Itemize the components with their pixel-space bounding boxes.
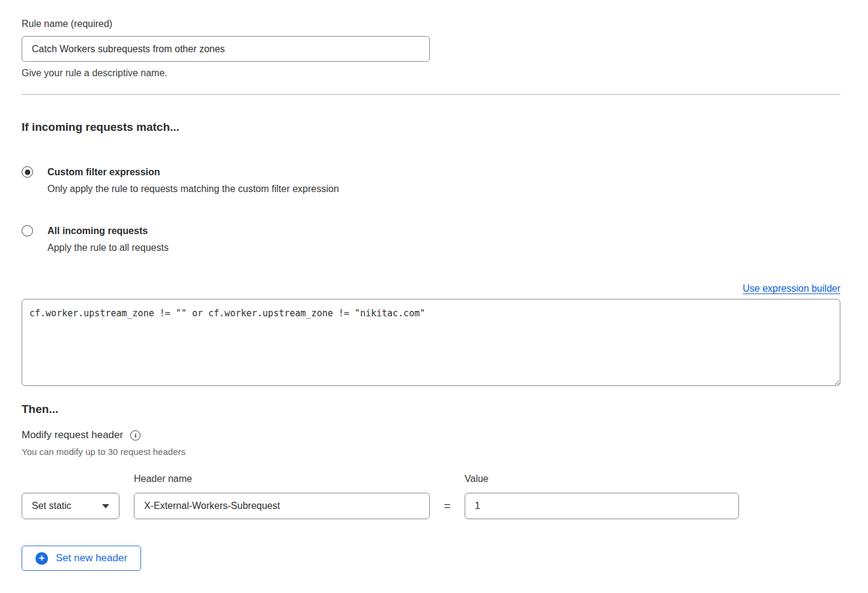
set-new-header-button[interactable]: + Set new header [22,546,141,571]
radio-option-custom-filter[interactable]: Custom filter expression Only apply the … [22,166,840,196]
rule-name-helper: Give your rule a descriptive name. [22,67,840,79]
match-section-heading: If incoming requests match... [22,120,840,134]
set-new-header-label: Set new header [56,552,127,564]
rule-name-label: Rule name (required) [22,19,112,29]
header-name-label: Header name [134,474,430,493]
info-icon[interactable]: i [130,430,140,441]
use-expression-builder-link[interactable]: Use expression builder [743,283,840,293]
expression-builder-link-row: Use expression builder [22,283,840,294]
rule-editor-page: Rule name (required) Give your rule a de… [0,0,868,593]
rule-name-input[interactable] [22,36,430,62]
chevron-down-icon [102,504,109,508]
header-name-input[interactable] [134,493,430,519]
radio-label-custom-filter: Custom filter expression [47,166,339,179]
header-limit-helper: You can modify up to 30 request headers [22,447,840,457]
modify-request-header-label: Modify request header [22,429,123,441]
radio-unselected-icon[interactable] [22,225,33,236]
value-label: Value [465,474,739,493]
header-editor-grid: Header name Value Set static = [22,474,840,519]
radio-option-all-requests[interactable]: All incoming requests Apply the rule to … [22,224,840,254]
rule-editor-content: Rule name (required) Give your rule a de… [22,18,840,571]
radio-desc-all-requests: Apply the rule to all requests [47,241,169,254]
operation-selected-value: Set static [32,501,71,511]
rule-name-section: Rule name (required) Give your rule a de… [22,18,840,79]
filter-expression-textarea[interactable]: cf.worker.upstream_zone != "" or cf.work… [22,299,840,386]
equals-sign: = [430,499,465,513]
radio-selected-icon[interactable] [22,166,33,178]
radio-desc-custom-filter: Only apply the rule to requests matching… [47,182,339,196]
plus-icon: + [35,552,48,565]
then-section-heading: Then... [22,402,840,417]
section-divider [22,94,840,95]
match-radio-group: Custom filter expression Only apply the … [22,166,840,254]
radio-label-all-requests: All incoming requests [47,224,169,238]
action-row: Modify request header i [22,429,840,441]
header-value-input[interactable] [465,493,739,519]
operation-select[interactable]: Set static [22,493,119,519]
